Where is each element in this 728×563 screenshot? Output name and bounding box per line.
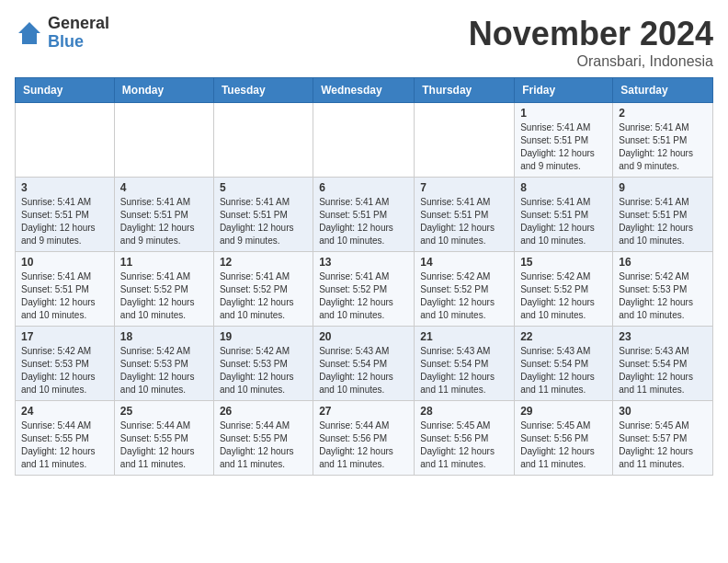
calendar-cell: 19Sunrise: 5:42 AM Sunset: 5:53 PM Dayli… — [213, 327, 313, 401]
day-info: Sunrise: 5:44 AM Sunset: 5:55 PM Dayligh… — [120, 419, 208, 471]
day-info: Sunrise: 5:41 AM Sunset: 5:52 PM Dayligh… — [220, 270, 307, 322]
calendar-cell: 13Sunrise: 5:41 AM Sunset: 5:52 PM Dayli… — [313, 252, 415, 327]
day-info: Sunrise: 5:41 AM Sunset: 5:51 PM Dayligh… — [21, 196, 108, 247]
day-info: Sunrise: 5:43 AM Sunset: 5:54 PM Dayligh… — [520, 345, 607, 396]
week-row-3: 17Sunrise: 5:42 AM Sunset: 5:53 PM Dayli… — [16, 327, 713, 401]
weekday-row: SundayMondayTuesdayWednesdayThursdayFrid… — [16, 78, 713, 103]
calendar-cell: 6Sunrise: 5:41 AM Sunset: 5:51 PM Daylig… — [313, 178, 415, 252]
day-info: Sunrise: 5:41 AM Sunset: 5:51 PM Dayligh… — [520, 196, 607, 247]
calendar-cell: 21Sunrise: 5:43 AM Sunset: 5:54 PM Dayli… — [415, 327, 515, 401]
day-info: Sunrise: 5:41 AM Sunset: 5:51 PM Dayligh… — [220, 196, 307, 247]
calendar-cell: 4Sunrise: 5:41 AM Sunset: 5:51 PM Daylig… — [114, 178, 213, 252]
calendar-cell: 18Sunrise: 5:42 AM Sunset: 5:53 PM Dayli… — [114, 327, 213, 401]
day-number: 1 — [520, 107, 607, 120]
week-row-2: 10Sunrise: 5:41 AM Sunset: 5:51 PM Dayli… — [16, 252, 713, 327]
calendar-cell: 17Sunrise: 5:42 AM Sunset: 5:53 PM Dayli… — [16, 327, 115, 401]
calendar-cell: 22Sunrise: 5:43 AM Sunset: 5:54 PM Dayli… — [515, 327, 613, 401]
calendar-cell: 15Sunrise: 5:42 AM Sunset: 5:52 PM Dayli… — [515, 252, 613, 327]
calendar-cell: 28Sunrise: 5:45 AM Sunset: 5:56 PM Dayli… — [415, 401, 515, 476]
title-block: November 2024 Oransbari, Indonesia — [469, 15, 713, 70]
calendar-cell — [415, 103, 515, 178]
day-number: 14 — [420, 256, 508, 269]
calendar-cell: 23Sunrise: 5:43 AM Sunset: 5:54 PM Dayli… — [613, 327, 713, 401]
page-header: General Blue November 2024 Oransbari, In… — [15, 15, 713, 70]
calendar-cell — [213, 103, 313, 178]
calendar-cell — [16, 103, 115, 178]
calendar-cell: 30Sunrise: 5:45 AM Sunset: 5:57 PM Dayli… — [613, 401, 713, 476]
weekday-saturday: Saturday — [613, 78, 713, 103]
day-info: Sunrise: 5:41 AM Sunset: 5:51 PM Dayligh… — [619, 196, 707, 247]
weekday-tuesday: Tuesday — [213, 78, 313, 103]
calendar-cell: 11Sunrise: 5:41 AM Sunset: 5:52 PM Dayli… — [114, 252, 213, 327]
day-number: 12 — [220, 256, 307, 269]
day-number: 6 — [319, 181, 408, 194]
day-number: 15 — [520, 256, 607, 269]
day-info: Sunrise: 5:43 AM Sunset: 5:54 PM Dayligh… — [619, 345, 707, 396]
day-info: Sunrise: 5:42 AM Sunset: 5:52 PM Dayligh… — [420, 270, 508, 322]
calendar-cell: 3Sunrise: 5:41 AM Sunset: 5:51 PM Daylig… — [16, 178, 115, 252]
day-number: 3 — [21, 181, 108, 194]
day-info: Sunrise: 5:41 AM Sunset: 5:51 PM Dayligh… — [520, 121, 607, 173]
day-number: 21 — [420, 330, 508, 343]
day-number: 24 — [21, 405, 108, 418]
day-info: Sunrise: 5:44 AM Sunset: 5:55 PM Dayligh… — [21, 419, 108, 471]
day-number: 18 — [120, 330, 208, 343]
day-number: 22 — [520, 330, 607, 343]
day-number: 29 — [520, 405, 607, 418]
weekday-wednesday: Wednesday — [313, 78, 415, 103]
day-info: Sunrise: 5:43 AM Sunset: 5:54 PM Dayligh… — [420, 345, 508, 396]
month-title: November 2024 — [469, 15, 713, 53]
calendar-cell: 5Sunrise: 5:41 AM Sunset: 5:51 PM Daylig… — [213, 178, 313, 252]
day-number: 4 — [120, 181, 208, 194]
calendar-cell: 10Sunrise: 5:41 AM Sunset: 5:51 PM Dayli… — [16, 252, 115, 327]
svg-marker-0 — [18, 22, 40, 44]
day-number: 11 — [120, 256, 208, 269]
day-number: 20 — [319, 330, 408, 343]
calendar-cell — [313, 103, 415, 178]
calendar-cell: 1Sunrise: 5:41 AM Sunset: 5:51 PM Daylig… — [515, 103, 613, 178]
day-info: Sunrise: 5:45 AM Sunset: 5:56 PM Dayligh… — [420, 419, 508, 471]
logo: General Blue — [15, 15, 109, 52]
day-info: Sunrise: 5:41 AM Sunset: 5:51 PM Dayligh… — [21, 270, 108, 322]
weekday-monday: Monday — [114, 78, 213, 103]
calendar-cell: 16Sunrise: 5:42 AM Sunset: 5:53 PM Dayli… — [613, 252, 713, 327]
day-number: 23 — [619, 330, 707, 343]
calendar-body: 1Sunrise: 5:41 AM Sunset: 5:51 PM Daylig… — [16, 103, 713, 476]
day-info: Sunrise: 5:42 AM Sunset: 5:53 PM Dayligh… — [21, 345, 108, 396]
day-info: Sunrise: 5:42 AM Sunset: 5:52 PM Dayligh… — [520, 270, 607, 322]
calendar-cell — [114, 103, 213, 178]
calendar-cell: 7Sunrise: 5:41 AM Sunset: 5:51 PM Daylig… — [415, 178, 515, 252]
calendar-cell: 20Sunrise: 5:43 AM Sunset: 5:54 PM Dayli… — [313, 327, 415, 401]
day-number: 13 — [319, 256, 408, 269]
day-info: Sunrise: 5:42 AM Sunset: 5:53 PM Dayligh… — [619, 270, 707, 322]
day-info: Sunrise: 5:41 AM Sunset: 5:51 PM Dayligh… — [420, 196, 508, 247]
day-number: 27 — [319, 405, 408, 418]
calendar-table: SundayMondayTuesdayWednesdayThursdayFrid… — [15, 77, 713, 476]
calendar-cell: 24Sunrise: 5:44 AM Sunset: 5:55 PM Dayli… — [16, 401, 115, 476]
day-number: 10 — [21, 256, 108, 269]
logo-general: General — [48, 15, 109, 33]
day-info: Sunrise: 5:45 AM Sunset: 5:56 PM Dayligh… — [520, 419, 607, 471]
day-number: 26 — [220, 405, 307, 418]
day-info: Sunrise: 5:45 AM Sunset: 5:57 PM Dayligh… — [619, 419, 707, 471]
calendar-cell: 25Sunrise: 5:44 AM Sunset: 5:55 PM Dayli… — [114, 401, 213, 476]
calendar-cell: 29Sunrise: 5:45 AM Sunset: 5:56 PM Dayli… — [515, 401, 613, 476]
day-number: 2 — [619, 107, 707, 120]
calendar-cell: 12Sunrise: 5:41 AM Sunset: 5:52 PM Dayli… — [213, 252, 313, 327]
calendar-cell: 26Sunrise: 5:44 AM Sunset: 5:55 PM Dayli… — [213, 401, 313, 476]
logo-blue: Blue — [48, 33, 109, 52]
day-number: 25 — [120, 405, 208, 418]
day-info: Sunrise: 5:41 AM Sunset: 5:51 PM Dayligh… — [319, 196, 408, 247]
day-info: Sunrise: 5:41 AM Sunset: 5:52 PM Dayligh… — [120, 270, 208, 322]
weekday-sunday: Sunday — [16, 78, 115, 103]
day-number: 28 — [420, 405, 508, 418]
day-number: 8 — [520, 181, 607, 194]
day-number: 17 — [21, 330, 108, 343]
logo-text: General Blue — [48, 15, 109, 52]
day-info: Sunrise: 5:42 AM Sunset: 5:53 PM Dayligh… — [220, 345, 307, 396]
day-number: 19 — [220, 330, 307, 343]
calendar-cell: 2Sunrise: 5:41 AM Sunset: 5:51 PM Daylig… — [613, 103, 713, 178]
day-info: Sunrise: 5:41 AM Sunset: 5:51 PM Dayligh… — [619, 121, 707, 173]
day-number: 5 — [220, 181, 307, 194]
weekday-thursday: Thursday — [415, 78, 515, 103]
